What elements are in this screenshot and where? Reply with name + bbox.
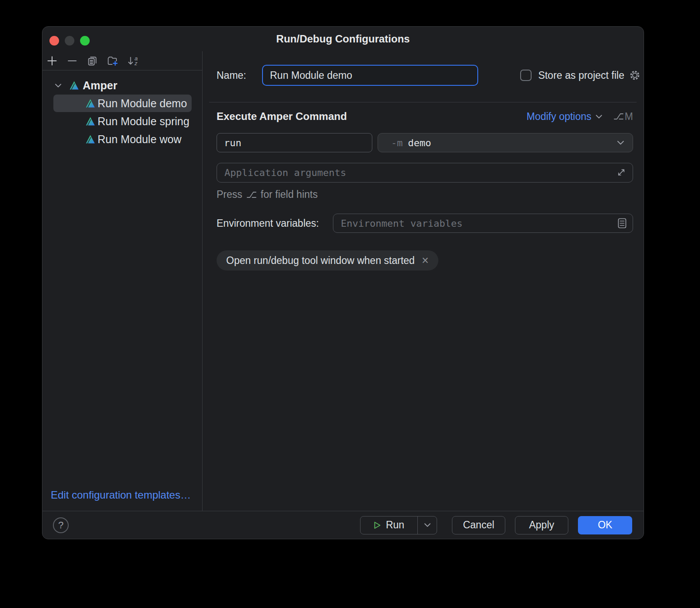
play-icon <box>374 521 381 529</box>
run-button[interactable]: Run <box>360 517 417 534</box>
modify-options-link[interactable]: Modify options <box>527 111 592 123</box>
name-label: Name: <box>217 70 262 81</box>
zoom-window-button[interactable] <box>80 36 90 46</box>
chevron-down-icon <box>424 523 430 527</box>
amper-logo-icon <box>85 134 95 144</box>
application-arguments-field[interactable]: Application arguments <box>217 163 633 183</box>
configurations-tree: Amper Run Module demo Run Module spring … <box>42 70 202 148</box>
environment-variables-label: Environment variables: <box>217 218 333 229</box>
question-mark-icon: ? <box>58 520 63 531</box>
chip-label: Open run/debug tool window when started <box>226 255 415 267</box>
environment-variables-field[interactable]: Environment variables <box>333 214 633 233</box>
run-split-button: Run <box>360 516 437 534</box>
module-value: demo <box>408 137 431 148</box>
option-key-icon <box>613 112 624 121</box>
store-as-project-file-label: Store as project file <box>538 70 624 81</box>
tree-item-run-module-spring[interactable]: Run Module spring <box>53 112 192 130</box>
new-folder-button[interactable] <box>107 55 118 67</box>
module-select[interactable]: -m demo <box>378 133 633 152</box>
amper-command-input[interactable] <box>217 133 372 152</box>
section-title: Execute Amper Command <box>217 110 347 123</box>
tree-item-run-module-wow[interactable]: Run Module wow <box>53 130 192 148</box>
window-title: Run/Debug Configurations <box>276 33 410 45</box>
modify-options-shortcut: M <box>613 111 633 123</box>
add-configuration-button[interactable] <box>46 55 58 67</box>
tree-item-run-module-demo[interactable]: Run Module demo <box>53 95 192 112</box>
amper-logo-icon <box>85 98 95 108</box>
expand-field-button[interactable] <box>616 168 626 178</box>
configurations-sidebar: az Amper Run Module demo Run Module spri… <box>42 51 203 511</box>
application-arguments-placeholder: Application arguments <box>224 167 346 178</box>
amper-logo-icon <box>85 116 95 126</box>
ok-button[interactable]: OK <box>578 516 632 534</box>
expand-icon <box>616 168 626 178</box>
close-icon[interactable]: × <box>422 255 429 267</box>
edit-configuration-templates-link[interactable]: Edit configuration templates… <box>51 489 202 501</box>
variables-list-icon <box>618 218 626 228</box>
help-button[interactable]: ? <box>53 517 69 533</box>
module-flag: -m <box>391 137 403 148</box>
apply-button[interactable]: Apply <box>515 516 568 534</box>
sort-alphabetically-icon: az <box>134 56 137 66</box>
tree-group-label: Amper <box>83 79 117 92</box>
cancel-button[interactable]: Cancel <box>452 516 505 534</box>
run-options-dropdown-button[interactable] <box>417 517 437 534</box>
close-window-button[interactable] <box>49 36 59 46</box>
run-debug-configurations-dialog: Run/Debug Configurations <box>42 26 644 539</box>
store-as-project-file-checkbox[interactable] <box>520 70 532 81</box>
remove-configuration-button[interactable] <box>66 55 78 67</box>
amper-logo-icon <box>69 81 79 90</box>
environment-variables-placeholder: Environment variables <box>341 218 462 229</box>
field-hints-text: Press for field hints <box>217 189 633 200</box>
open-run-debug-tool-window-chip: Open run/debug tool window when started … <box>217 250 438 271</box>
browse-variables-button[interactable] <box>618 218 626 228</box>
sort-configurations-button[interactable]: az <box>127 55 138 67</box>
minimize-window-button[interactable] <box>65 36 74 46</box>
section-divider <box>209 102 637 102</box>
traffic-lights <box>49 36 90 46</box>
chevron-down-icon[interactable] <box>596 115 602 119</box>
tree-group-amper[interactable]: Amper <box>42 77 202 94</box>
dialog-footer: ? Run Cancel Apply OK <box>42 511 644 539</box>
title-bar[interactable]: Run/Debug Configurations <box>42 27 644 51</box>
gear-icon[interactable] <box>629 69 641 81</box>
option-key-icon <box>246 190 257 199</box>
chevron-down-icon <box>617 141 624 145</box>
configuration-form: Name: Store as project file Execute Ampe… <box>203 51 644 511</box>
copy-configuration-button[interactable] <box>87 55 98 67</box>
chevron-down-icon[interactable] <box>55 84 61 88</box>
sidebar-toolbar: az <box>42 51 202 70</box>
name-input[interactable] <box>262 65 478 86</box>
